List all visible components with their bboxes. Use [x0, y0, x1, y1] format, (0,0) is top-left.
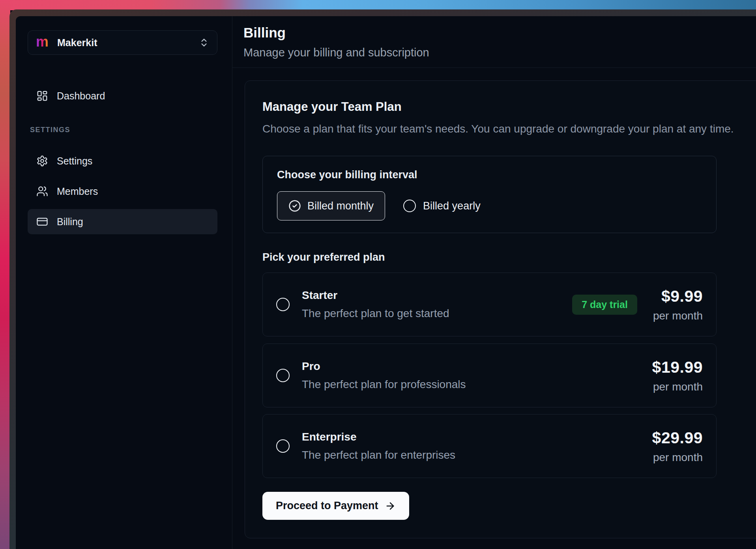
- plan-texts: Enterprise The perfect plan for enterpri…: [302, 431, 652, 461]
- plan-price-block: $9.99 per month: [653, 287, 703, 322]
- interval-option-label: Billed monthly: [307, 200, 374, 212]
- plan-price: $9.99: [653, 287, 703, 306]
- interval-option-label: Billed yearly: [423, 200, 481, 212]
- plan-description: The perfect plan for enterprises: [302, 449, 652, 461]
- app-window: m Makerkit Dashboard SETTINGS: [9, 9, 756, 549]
- plan-period: per month: [652, 381, 703, 393]
- plan-row-pro[interactable]: Pro The perfect plan for professionals $…: [262, 344, 717, 407]
- sidebar-nav: Dashboard SETTINGS Settings Members: [28, 83, 217, 234]
- plan-texts: Pro The perfect plan for professionals: [302, 360, 652, 391]
- app-content: m Makerkit Dashboard SETTINGS: [16, 16, 756, 549]
- plan-name: Pro: [302, 360, 652, 373]
- desktop-wallpaper-left: [0, 0, 10, 549]
- plan-name: Starter: [302, 289, 572, 302]
- sidebar-item-settings[interactable]: Settings: [28, 148, 217, 174]
- plan-row-starter[interactable]: Starter The perfect plan to get started …: [262, 273, 717, 336]
- radio-icon[interactable]: [276, 369, 290, 382]
- team-switcher[interactable]: m Makerkit: [28, 30, 217, 55]
- plan-price-block: $19.99 per month: [652, 358, 703, 393]
- desktop-wallpaper-top: [0, 0, 756, 10]
- sidebar: m Makerkit Dashboard SETTINGS: [16, 16, 232, 549]
- team-plan-card: Manage your Team Plan Choose a plan that…: [245, 80, 756, 538]
- plan-description: The perfect plan for professionals: [302, 378, 652, 391]
- makerkit-logo: m: [36, 35, 49, 49]
- card-subtitle: Choose a plan that fits your team's need…: [262, 123, 756, 135]
- billing-interval-box: Choose your billing interval Billed mont…: [262, 156, 717, 233]
- plan-period: per month: [653, 310, 703, 322]
- plan-period: per month: [652, 451, 703, 464]
- plan-texts: Starter The perfect plan to get started: [302, 289, 572, 320]
- gear-icon: [36, 155, 48, 167]
- page-title: Billing: [243, 25, 756, 41]
- card-title: Manage your Team Plan: [262, 100, 756, 114]
- page-subtitle: Manage your billing and subscription: [243, 46, 756, 59]
- plan-price: $19.99: [652, 358, 703, 377]
- header-divider: [232, 67, 756, 68]
- billing-interval-options: Billed monthly Billed yearly: [277, 191, 702, 220]
- sidebar-section-label: SETTINGS: [28, 123, 217, 137]
- arrow-right-icon: [385, 500, 396, 512]
- billing-interval-label: Choose your billing interval: [277, 169, 702, 181]
- sidebar-item-label: Members: [57, 186, 98, 197]
- users-icon: [36, 185, 48, 197]
- chevron-up-down-icon: [199, 37, 209, 48]
- radio-icon[interactable]: [276, 298, 290, 311]
- radio-icon[interactable]: [276, 439, 290, 453]
- sidebar-item-members[interactable]: Members: [28, 179, 217, 204]
- sidebar-item-billing[interactable]: Billing: [28, 209, 217, 234]
- interval-option-monthly[interactable]: Billed monthly: [277, 191, 385, 220]
- page-header: Billing Manage your billing and subscrip…: [243, 25, 756, 59]
- check-circle-icon: [288, 200, 301, 212]
- plan-price-block: $29.99 per month: [652, 429, 703, 464]
- credit-card-icon: [36, 216, 48, 228]
- plan-description: The perfect plan to get started: [302, 307, 572, 320]
- main-area: Billing Manage your billing and subscrip…: [232, 16, 756, 549]
- plan-price: $29.99: [652, 429, 703, 447]
- plan-row-enterprise[interactable]: Enterprise The perfect plan for enterpri…: [262, 414, 717, 478]
- proceed-to-payment-button[interactable]: Proceed to Payment: [262, 492, 409, 520]
- trial-badge: 7 day trial: [572, 295, 637, 315]
- interval-option-yearly[interactable]: Billed yearly: [403, 200, 481, 212]
- sidebar-item-label: Billing: [57, 216, 83, 228]
- proceed-to-payment-label: Proceed to Payment: [276, 500, 378, 512]
- sidebar-item-label: Settings: [57, 155, 92, 167]
- sidebar-item-dashboard[interactable]: Dashboard: [28, 83, 217, 108]
- sidebar-item-label: Dashboard: [57, 90, 105, 102]
- plan-name: Enterprise: [302, 431, 652, 443]
- team-name: Makerkit: [57, 37, 199, 49]
- plans-label: Pick your preferred plan: [262, 251, 385, 263]
- radio-icon: [403, 200, 416, 212]
- dashboard-icon: [36, 90, 48, 102]
